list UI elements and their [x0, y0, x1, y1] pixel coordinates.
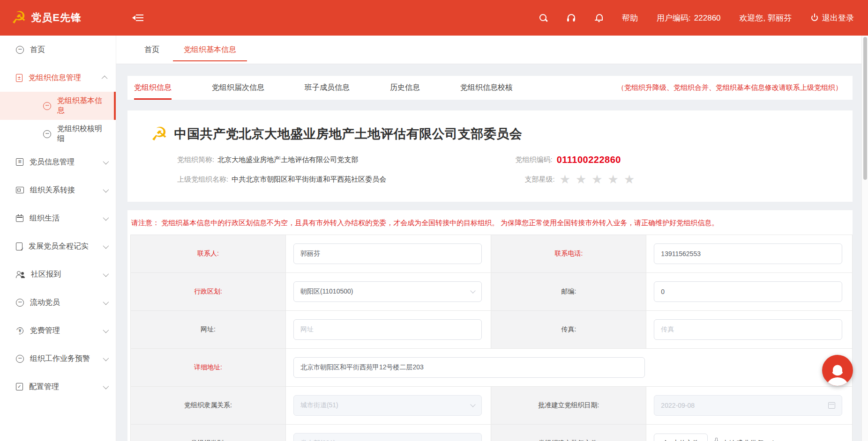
sidebar-collapse-button[interactable] [132, 14, 143, 22]
org-title: 中国共产党北京大地盛业房地产土地评估有限公司支部委员会 [174, 125, 523, 142]
people-icon [16, 271, 25, 279]
sidebar-item-org-life[interactable]: 组织生活 [0, 204, 116, 232]
tab-org-basic-info[interactable]: 党组织基本信息 [172, 36, 248, 64]
party-emblem-icon: ☭ [11, 9, 26, 26]
user-code: 用户编码:222860 [657, 13, 720, 23]
main-content: 首页党组织基本信息 党组织信息党组织届次信息班子成员信息历史信息党组织信息校核 … [116, 36, 868, 441]
field-label: 联系人: [131, 235, 286, 272]
field-value-cell: 传真 [646, 311, 852, 348]
org-basic-info-card: 请注意： 党组织基本信息中的行政区划信息不为空，且具有市外转入办结权的党委，才会… [127, 210, 853, 441]
sidebar-item-label: 党员信息管理 [30, 157, 75, 167]
sidebar-item-org-info-mgmt[interactable]: 党组织信息管理 [0, 64, 116, 92]
field-text: 网址 [300, 325, 314, 334]
field-label: 行政区划: [131, 273, 286, 310]
subtab-list: 党组织信息党组织届次信息班子成员信息历史信息党组织信息校核 [134, 76, 553, 100]
chevron-down-icon [103, 327, 109, 333]
subtab-team-member-info[interactable]: 班子成员信息 [305, 76, 350, 100]
search-button[interactable] [539, 14, 548, 22]
sidebar-item-label: 组织关系转接 [30, 185, 75, 195]
address-input[interactable]: 北京市朝阳区和平街西苑甲12号楼二层203 [293, 357, 645, 378]
sidebar-item-mobile-member[interactable]: 流动党员 [0, 288, 116, 316]
field-value-cell: 党支部(631) [286, 425, 492, 441]
sidebar-item-org-check-detail[interactable]: 党组织校核明细 [0, 120, 116, 148]
chevron-down-icon [470, 288, 475, 293]
sidebar-item-develop-member-record[interactable]: 发展党员全程记实 [0, 232, 116, 260]
comment-icon [16, 355, 24, 363]
subtab-org-info-check[interactable]: 党组织信息校核 [460, 76, 513, 100]
table-row: 联系人:郭丽芬联系电话:13911562553 [131, 235, 852, 273]
org-code: 011100222860 [557, 154, 621, 165]
field-text: 郭丽芬 [300, 250, 320, 258]
sidebar-item-work-warning[interactable]: 组织工作业务预警 [0, 345, 116, 373]
field-label: 党组织建立批复文件: [491, 425, 646, 441]
welcome-text: 欢迎您, 郭丽芬 [740, 13, 792, 23]
field-label: 党组织类别: [131, 425, 286, 441]
org-short-name-label: 党组织简称: [177, 155, 214, 164]
field-value-cell: 朝阳区(11010500) [286, 273, 492, 310]
star-icon: ★ [608, 173, 619, 185]
subtab-org-term-info[interactable]: 党组织届次信息 [212, 76, 264, 100]
org-info-form: 联系人:郭丽芬联系电话:13911562553行政区划:朝阳区(11010500… [130, 235, 853, 441]
scrollbar-thumb[interactable] [863, 37, 867, 180]
support-button[interactable] [567, 14, 576, 22]
org-info: 党组织简称: 北京大地盛业房地产土地评估有限公司党支部 党组织编码: 01110… [151, 150, 834, 189]
sidebar-item-label: 配置管理 [29, 382, 59, 392]
subtab-org-info[interactable]: 党组织信息 [134, 76, 172, 100]
calendar-icon [828, 402, 835, 409]
field-label: 网址: [131, 311, 286, 348]
postcode-input[interactable]: 0 [654, 281, 842, 302]
sidebar-item-org-relation-transfer[interactable]: 组织关系转接 [0, 176, 116, 204]
sidebar-item-member-info-mgmt[interactable]: 党员信息管理 [0, 148, 116, 176]
attached-file[interactable]: 大地盛业批复-1.jpg [714, 439, 782, 441]
sidebar-item-label: 发展党员全程记实 [29, 242, 89, 251]
chevron-down-icon [103, 355, 109, 361]
customer-service-icon [822, 355, 853, 386]
field-text: 北京市朝阳区和平街西苑甲12号楼二层203 [300, 363, 424, 372]
topbar: ☭ 党员E先锋 帮助 用户编码:222860 欢迎您, 郭丽芬 退出登录 [0, 0, 868, 36]
scrollbar[interactable] [861, 36, 868, 441]
sidebar-item-home[interactable]: 首页 [0, 36, 116, 64]
notifications-button[interactable] [595, 14, 603, 22]
chevron-down-icon [103, 243, 109, 249]
district-select[interactable]: 朝阳区(11010500) [293, 281, 482, 302]
doc-check-icon [16, 243, 22, 250]
sidebar-item-label: 党组织校核明细 [57, 124, 107, 144]
sidebar-item-config-mgmt[interactable]: 配置管理 [0, 373, 116, 401]
collapse-menu-icon [132, 14, 143, 22]
comment-icon [16, 299, 24, 307]
search-icon [539, 14, 548, 22]
upload-button-label: 上传文件 [673, 439, 699, 441]
approval-file-upload[interactable]: 上传文件 [654, 434, 708, 441]
sidebar-item-community-report[interactable]: 社区报到 [0, 260, 116, 288]
bell-icon [595, 14, 603, 22]
fax-input[interactable]: 传真 [654, 319, 842, 340]
star-icon: ★ [624, 173, 635, 185]
logout-button[interactable]: 退出登录 [810, 13, 854, 23]
field-text: 朝阳区(11010500) [300, 287, 471, 296]
document-plus-icon [16, 74, 22, 82]
help-link[interactable]: 帮助 [622, 13, 638, 23]
subtab-note: （党组织升降级、党组织合并、党组织基本信息修改请联系上级党组织） [617, 83, 842, 92]
field-text: 0 [661, 288, 665, 295]
sidebar-item-fee-mgmt[interactable]: 党费管理 [0, 316, 116, 345]
tab-home[interactable]: 首页 [132, 36, 172, 64]
comment-icon [43, 130, 51, 138]
org-summary-card: ☭ 中国共产党北京大地盛业房地产土地评估有限公司支部委员会 党组织简称: 北京大… [127, 110, 853, 202]
comment-icon [16, 46, 24, 54]
tabbar: 首页党组织基本信息 [116, 36, 868, 64]
customer-service-button[interactable] [822, 355, 853, 386]
sidebar-item-org-basic-info[interactable]: 党组织基本信息 [0, 92, 116, 120]
table-row: 网址:网址传真:传真 [131, 311, 852, 349]
star-rating-label: 支部星级: [525, 175, 555, 184]
chevron-down-icon [103, 158, 109, 164]
sidebar-item-label: 首页 [30, 45, 45, 55]
subtab-history-info[interactable]: 历史信息 [390, 76, 420, 100]
top-actions: 帮助 用户编码:222860 欢迎您, 郭丽芬 退出登录 [539, 13, 868, 23]
org-code-label: 党组织编码: [516, 155, 553, 164]
website-input[interactable]: 网址 [293, 319, 482, 340]
sidebar-item-label: 党组织信息管理 [29, 73, 81, 83]
field-value-cell: 0 [646, 273, 852, 310]
contact-phone-input[interactable]: 13911562553 [654, 243, 842, 264]
field-text: 2022-09-08 [661, 402, 828, 409]
contact-name-input[interactable]: 郭丽芬 [293, 243, 482, 264]
